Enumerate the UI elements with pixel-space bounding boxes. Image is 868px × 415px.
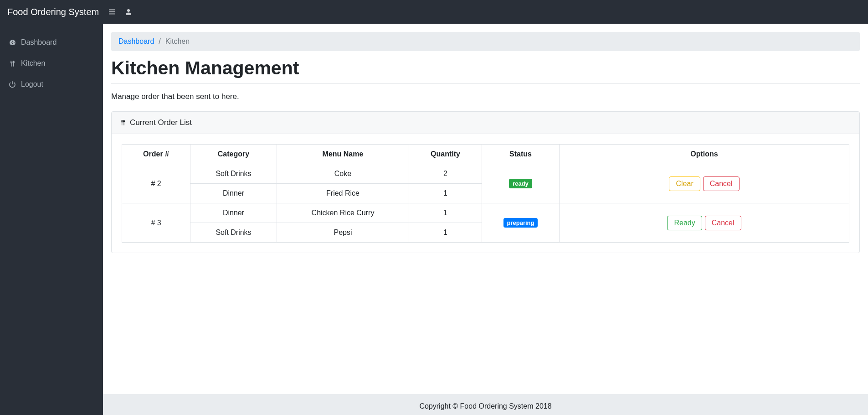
col-order: Order #	[122, 145, 190, 164]
card-header: Current Order List	[112, 112, 859, 134]
table-row: # 3DinnerChicken Rice Curry1preparingRea…	[122, 203, 849, 223]
app-brand[interactable]: Food Ordering System	[7, 7, 99, 17]
clear-button[interactable]: Clear	[669, 176, 700, 191]
sidebar: Dashboard Kitchen Logout	[0, 24, 103, 415]
status-badge: ready	[509, 179, 532, 188]
order-list-card: Current Order List Order # Category Menu…	[111, 111, 860, 253]
utensils-icon	[8, 60, 16, 67]
gauge-icon	[8, 39, 16, 47]
cell-category: Dinner	[190, 203, 277, 223]
page-title: Kitchen Management	[111, 57, 860, 79]
footer-text: Copyright © Food Ordering System 2018	[419, 402, 551, 410]
cell-menu: Pepsi	[277, 223, 409, 243]
col-options: Options	[560, 145, 849, 164]
table-row: # 2Soft DrinksCoke2readyClearCancel	[122, 164, 849, 184]
cell-menu: Chicken Rice Curry	[277, 203, 409, 223]
col-category: Category	[190, 145, 277, 164]
col-qty: Quantity	[409, 145, 482, 164]
col-menu: Menu Name	[277, 145, 409, 164]
footer: Copyright © Food Ordering System 2018	[103, 394, 868, 415]
cell-status: ready	[482, 164, 560, 203]
cell-menu: Coke	[277, 164, 409, 184]
table-header-row: Order # Category Menu Name Quantity Stat…	[122, 145, 849, 164]
cell-category: Dinner	[190, 184, 277, 203]
sidebar-item-label: Logout	[21, 80, 43, 88]
cell-order-no: # 2	[122, 164, 190, 203]
power-icon	[8, 81, 16, 88]
sidebar-item-kitchen[interactable]: Kitchen	[0, 53, 103, 74]
cell-qty: 1	[409, 203, 482, 223]
menu-toggle-icon[interactable]	[108, 8, 116, 16]
order-table: Order # Category Menu Name Quantity Stat…	[122, 144, 849, 243]
cell-category: Soft Drinks	[190, 223, 277, 243]
cell-qty: 1	[409, 223, 482, 243]
cell-category: Soft Drinks	[190, 164, 277, 184]
utensils-icon	[120, 119, 126, 126]
sidebar-item-label: Dashboard	[21, 38, 56, 47]
ready-button[interactable]: Ready	[667, 216, 702, 230]
cell-order-no: # 3	[122, 203, 190, 243]
cell-qty: 1	[409, 184, 482, 203]
cell-status: preparing	[482, 203, 560, 243]
cancel-button[interactable]: Cancel	[703, 176, 740, 191]
col-status: Status	[482, 145, 560, 164]
divider	[111, 83, 860, 84]
cancel-button[interactable]: Cancel	[705, 216, 741, 230]
cell-qty: 2	[409, 164, 482, 184]
status-badge: preparing	[503, 218, 538, 228]
user-icon[interactable]	[124, 8, 133, 16]
breadcrumb-root-link[interactable]: Dashboard	[118, 37, 154, 46]
card-title: Current Order List	[130, 118, 192, 127]
cell-menu: Fried Rice	[277, 184, 409, 203]
breadcrumb-separator: /	[159, 37, 160, 46]
top-navbar: Food Ordering System	[0, 0, 868, 24]
main-panel: Dashboard / Kitchen Kitchen Management M…	[103, 24, 868, 415]
page-subtitle: Manage order that been sent to here.	[111, 92, 860, 101]
sidebar-item-logout[interactable]: Logout	[0, 74, 103, 95]
breadcrumb-current: Kitchen	[165, 37, 190, 46]
breadcrumb: Dashboard / Kitchen	[111, 32, 860, 51]
sidebar-item-label: Kitchen	[21, 59, 45, 67]
cell-options: ClearCancel	[560, 164, 849, 203]
svg-point-3	[127, 9, 130, 12]
sidebar-item-dashboard[interactable]: Dashboard	[0, 32, 103, 53]
cell-options: ReadyCancel	[560, 203, 849, 243]
